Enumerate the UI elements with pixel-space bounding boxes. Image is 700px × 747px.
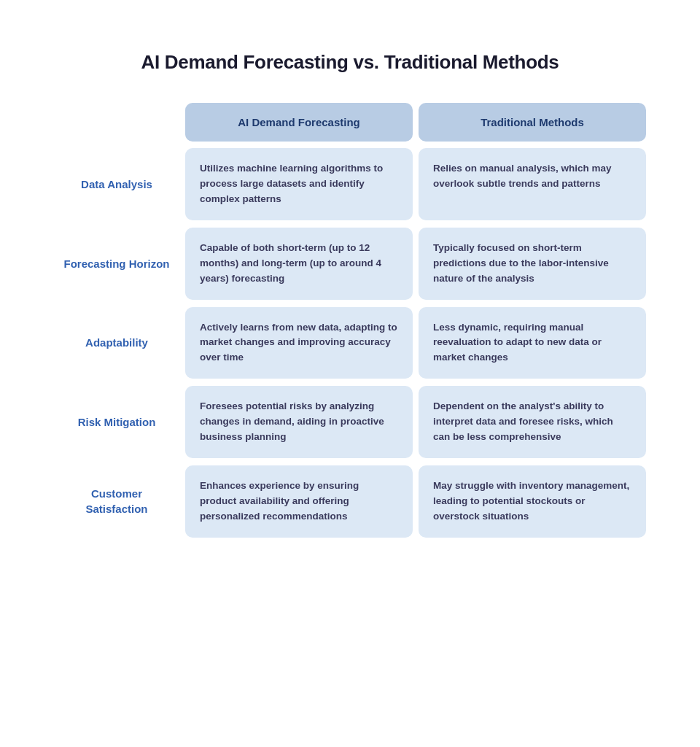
data-cell-trad-2: Less dynamic, requiring manual reevaluat… xyxy=(419,307,646,379)
header-ai: AI Demand Forecasting xyxy=(185,103,413,142)
comparison-table: AI Demand Forecasting Traditional Method… xyxy=(51,100,649,541)
data-cell-ai-3: Foresees potential risks by analyzing ch… xyxy=(185,386,413,458)
data-cell-ai-2: Actively learns from new data, adapting … xyxy=(185,307,413,379)
data-cell-ai-1: Capable of both short-term (up to 12 mon… xyxy=(185,228,413,300)
data-cell-trad-0: Relies on manual analysis, which may ove… xyxy=(419,148,646,220)
page-container: AI Demand Forecasting vs. Traditional Me… xyxy=(36,29,664,563)
header-traditional: Traditional Methods xyxy=(419,103,646,142)
row-label-4: Customer Satisfaction xyxy=(51,462,182,541)
header-empty-cell xyxy=(51,100,182,144)
page-title: AI Demand Forecasting vs. Traditional Me… xyxy=(51,51,649,74)
row-label-1: Forecasting Horizon xyxy=(51,224,182,303)
data-cell-ai-0: Utilizes machine learning algorithms to … xyxy=(185,148,413,220)
row-label-3: Risk Mitigation xyxy=(51,382,182,462)
data-cell-ai-4: Enhances experience by ensuring product … xyxy=(185,465,413,538)
row-label-2: Adaptability xyxy=(51,303,182,383)
data-cell-trad-3: Dependent on the analyst's ability to in… xyxy=(419,386,646,458)
row-label-0: Data Analysis xyxy=(51,144,182,224)
data-cell-trad-4: May struggle with inventory management, … xyxy=(419,465,646,538)
data-cell-trad-1: Typically focused on short-term predicti… xyxy=(419,228,646,300)
